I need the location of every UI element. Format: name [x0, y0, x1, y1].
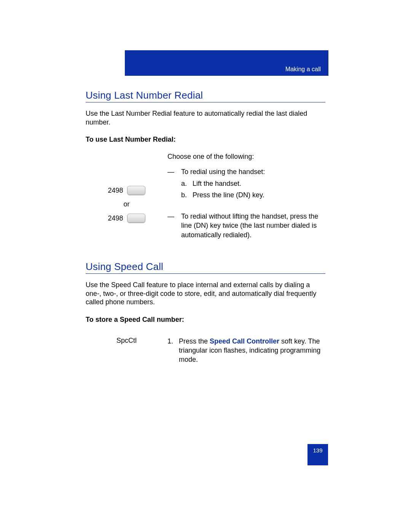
- step-a-text: Lift the handset.: [193, 179, 325, 188]
- dash-icon: —: [167, 167, 181, 176]
- step-1-marker: 1.: [167, 337, 179, 364]
- section-rule: [86, 102, 325, 102]
- dash-icon: —: [167, 212, 181, 240]
- step-b-text: Press the line (DN) key.: [193, 190, 325, 200]
- page-number-box: 139: [307, 444, 328, 465]
- dn-key-button-icon: [127, 186, 145, 195]
- step-b-marker: b.: [181, 190, 193, 200]
- bullet-nohandset: — To redial without lifting the handset,…: [167, 212, 325, 240]
- dn-key-label-1: 2498: [108, 187, 123, 195]
- dn-key-row-1: 2498: [108, 186, 145, 195]
- step-a-marker: a.: [181, 179, 193, 188]
- procedure-right-speedcall: 1. Press the Speed Call Controller soft …: [167, 337, 325, 364]
- intro-paragraph-redial: Use the Last Number Redial feature to au…: [86, 109, 325, 126]
- dn-key-button-icon: [127, 214, 145, 223]
- procedure-row-redial: 2498 or 2498 Choose one of the following…: [86, 152, 325, 241]
- bullet-handset-text: To redial using the handset:: [181, 167, 325, 176]
- procedure-heading-redial: To use Last Number Redial:: [86, 136, 325, 144]
- section-title-speedcall: Using Speed Call: [86, 261, 325, 273]
- step-1-pre: Press the: [179, 337, 210, 345]
- procedure-row-speedcall: SpcCtl 1. Press the Speed Call Controlle…: [86, 337, 325, 364]
- procedure-right-redial: Choose one of the following: — To redial…: [167, 152, 325, 241]
- section-rule: [86, 273, 325, 274]
- step-a: a. Lift the handset.: [167, 179, 325, 188]
- bullet-handset: — To redial using the handset:: [167, 167, 325, 176]
- section-title-redial: Using Last Number Redial: [86, 89, 325, 101]
- procedure-left-redial: 2498 or 2498: [86, 152, 167, 224]
- step-1: 1. Press the Speed Call Controller soft …: [167, 337, 325, 364]
- page: Making a call Using Last Number Redial U…: [0, 0, 411, 532]
- speed-call-controller-label: Speed Call Controller: [210, 337, 279, 345]
- intro-paragraph-speedcall: Use the Speed Call feature to place inte…: [86, 281, 325, 307]
- page-number: 139: [313, 447, 322, 454]
- step-b: b. Press the line (DN) key.: [167, 190, 325, 200]
- step-1-text: Press the Speed Call Controller soft key…: [179, 337, 325, 364]
- dn-key-row-2: 2498: [108, 214, 145, 223]
- content-area: Using Last Number Redial Use the Last Nu…: [86, 82, 325, 364]
- breadcrumb: Making a call: [285, 66, 321, 76]
- bullet-nohandset-text: To redial without lifting the handset, p…: [181, 212, 325, 240]
- header-band: Making a call: [125, 50, 328, 76]
- choose-text: Choose one of the following:: [167, 152, 325, 161]
- spcctl-label: SpcCtl: [86, 337, 167, 364]
- dn-key-label-2: 2498: [108, 214, 123, 222]
- procedure-heading-speedcall: To store a Speed Call number:: [86, 316, 325, 324]
- or-text: or: [86, 200, 167, 208]
